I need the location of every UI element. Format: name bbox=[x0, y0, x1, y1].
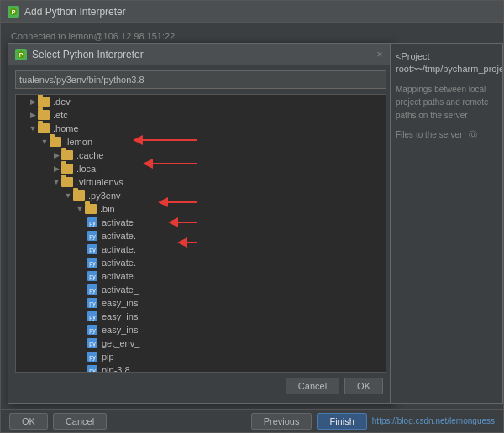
footer-url: https://blog.csdn.net/lemonguess bbox=[372, 416, 495, 425]
py-file-icon-activate2: py bbox=[87, 230, 98, 242]
py-file-icon-activate5: py bbox=[87, 270, 98, 282]
folder-icon-local bbox=[61, 164, 73, 174]
mappings-text: Mappings between local project paths and… bbox=[396, 85, 489, 120]
expand-arrow-cache: ▶ bbox=[51, 149, 61, 161]
folder-icon-virtualenvs bbox=[61, 177, 73, 187]
tree-label-pip38: pip-3.8 bbox=[102, 365, 130, 373]
tree-label-pip: pip bbox=[102, 352, 114, 362]
tree-label-virtualenvs: .virtualenvs bbox=[76, 177, 123, 187]
tree-item-easy3[interactable]: py easy_ins bbox=[16, 323, 386, 336]
tree-label-py3env: .py3env bbox=[88, 190, 121, 201]
inner-title-left: P Select Python Interpreter bbox=[15, 49, 144, 60]
expand-arrow-etc: ▶ bbox=[28, 109, 38, 121]
footer-action-buttons: OK Cancel bbox=[9, 413, 107, 430]
tree-label-activate6: activate_ bbox=[102, 284, 139, 295]
inner-dialog-icon: P bbox=[15, 49, 27, 60]
folder-icon-etc bbox=[38, 110, 50, 120]
svg-text:py: py bbox=[89, 247, 96, 253]
py-file-icon-easy3: py bbox=[87, 324, 98, 336]
expand-arrow-local: ▶ bbox=[51, 163, 61, 175]
py-file-icon-activate4: py bbox=[87, 257, 98, 269]
tree-label-activate1: activate bbox=[102, 217, 134, 227]
inner-dialog: P Select Python Interpreter × ▶ .dev bbox=[8, 43, 394, 404]
finish-button[interactable]: Finish bbox=[317, 413, 366, 430]
tree-item-activate3[interactable]: py activate. bbox=[16, 243, 386, 256]
project-root-text: <Project root>~/tmp/pycharm_project_536 bbox=[396, 51, 503, 74]
folder-icon-cache bbox=[61, 150, 73, 160]
tree-item-activate5[interactable]: py activate. bbox=[16, 269, 386, 283]
tree-item-pip[interactable]: py pip bbox=[16, 350, 386, 363]
tree-item-bin[interactable]: ▼ .bin bbox=[16, 202, 386, 216]
tree-item-activate2[interactable]: py activate. bbox=[16, 229, 386, 243]
svg-text:py: py bbox=[89, 327, 96, 334]
tree-item-activate1[interactable]: py activate bbox=[16, 216, 386, 229]
tree-item-activate4[interactable]: py activate. bbox=[16, 256, 386, 269]
tree-label-activate5: activate. bbox=[102, 271, 136, 281]
ok-button[interactable]: OK bbox=[344, 378, 383, 394]
svg-text:py: py bbox=[89, 287, 96, 294]
tree-item-home[interactable]: ▼ .home bbox=[16, 122, 386, 135]
outer-dialog-icon: P bbox=[8, 6, 19, 18]
tree-item-local[interactable]: ▶ .local bbox=[16, 162, 386, 175]
folder-icon-home bbox=[38, 123, 50, 133]
path-input[interactable] bbox=[15, 70, 386, 89]
tree-item-easy2[interactable]: py easy_ins bbox=[16, 310, 386, 323]
expand-arrow-bin: ▼ bbox=[75, 203, 85, 215]
tree-label-easy3: easy_ins bbox=[102, 325, 138, 335]
cancel-button[interactable]: Cancel bbox=[286, 378, 339, 394]
project-root-row: <Project root>~/tmp/pycharm_project_536 bbox=[396, 50, 497, 76]
folder-icon-lemon bbox=[50, 137, 61, 147]
svg-text:P: P bbox=[12, 9, 16, 15]
svg-text:py: py bbox=[89, 220, 96, 227]
inner-title-bar: P Select Python Interpreter × bbox=[8, 44, 393, 65]
upload-text: Files to the server bbox=[396, 130, 462, 139]
tree-label-easy2: easy_ins bbox=[102, 311, 138, 321]
outer-title-bar: P Add Python Interpreter bbox=[1, 1, 503, 23]
path-input-row bbox=[15, 70, 386, 89]
tree-item-etc[interactable]: ▶ .etc bbox=[16, 108, 386, 122]
expand-arrow-py3env: ▼ bbox=[63, 190, 73, 201]
previous-button[interactable]: Previous bbox=[251, 413, 312, 430]
connected-info: Connected to lemon@106.12.98.151:22 bbox=[11, 31, 493, 41]
close-button[interactable]: × bbox=[373, 48, 386, 61]
py-file-icon-pip38: py bbox=[87, 364, 98, 373]
tree-label-activate3: activate. bbox=[102, 244, 136, 254]
svg-text:py: py bbox=[89, 274, 96, 280]
svg-text:py: py bbox=[89, 314, 96, 321]
tree-label-lemon: .lemon bbox=[65, 137, 92, 147]
py-file-icon-getenv: py bbox=[87, 337, 98, 349]
expand-arrow-dev: ▶ bbox=[28, 96, 38, 107]
dialog-buttons: Cancel OK bbox=[15, 373, 386, 398]
tree-item-dev[interactable]: ▶ .dev bbox=[16, 95, 386, 108]
cancel-footer-button[interactable]: Cancel bbox=[53, 413, 107, 430]
svg-text:py: py bbox=[89, 341, 96, 347]
tree-item-pip38[interactable]: py pip-3.8 bbox=[16, 363, 386, 373]
outer-dialog: P Add Python Interpreter Connected to le… bbox=[0, 0, 504, 433]
tree-label-activate4: activate. bbox=[102, 258, 136, 268]
tree-label-local: .local bbox=[76, 164, 98, 174]
folder-icon-py3env bbox=[73, 190, 85, 201]
tree-item-getenv[interactable]: py get_env_ bbox=[16, 336, 386, 350]
inner-dialog-content: ▶ .dev ▶ .etc ▼ .home ▼ bbox=[8, 65, 393, 403]
inner-dialog-title: Select Python Interpreter bbox=[32, 49, 144, 60]
tree-item-cache[interactable]: ▶ .cache bbox=[16, 149, 386, 162]
py-file-icon-activate1: py bbox=[87, 216, 98, 228]
folder-icon-dev bbox=[38, 97, 50, 107]
tree-item-py3env[interactable]: ▼ .py3env bbox=[16, 189, 386, 202]
mappings-row: Mappings between local project paths and… bbox=[396, 83, 497, 122]
tree-item-lemon[interactable]: ▼ .lemon bbox=[16, 135, 386, 149]
expand-arrow-lemon: ▼ bbox=[39, 136, 50, 148]
ok-footer-button[interactable]: OK bbox=[9, 413, 48, 430]
tree-label-cache: .cache bbox=[76, 150, 103, 160]
tree-label-activate2: activate. bbox=[102, 231, 136, 241]
svg-text:py: py bbox=[89, 233, 96, 240]
upload-row: Files to the server ⓪ bbox=[396, 128, 497, 141]
svg-text:py: py bbox=[89, 354, 96, 361]
tree-item-virtualenvs[interactable]: ▼ .virtualenvs bbox=[16, 175, 386, 189]
footer: OK Cancel Previous Finish https://blog.c… bbox=[1, 409, 503, 432]
tree-item-activate6[interactable]: py activate_ bbox=[16, 283, 386, 296]
py-file-icon-pip: py bbox=[87, 351, 98, 363]
right-panel: <Project root>~/tmp/pycharm_project_536 … bbox=[390, 43, 503, 404]
tree-item-easy1[interactable]: py easy_ins bbox=[16, 296, 386, 310]
file-tree[interactable]: ▶ .dev ▶ .etc ▼ .home ▼ bbox=[15, 94, 386, 373]
